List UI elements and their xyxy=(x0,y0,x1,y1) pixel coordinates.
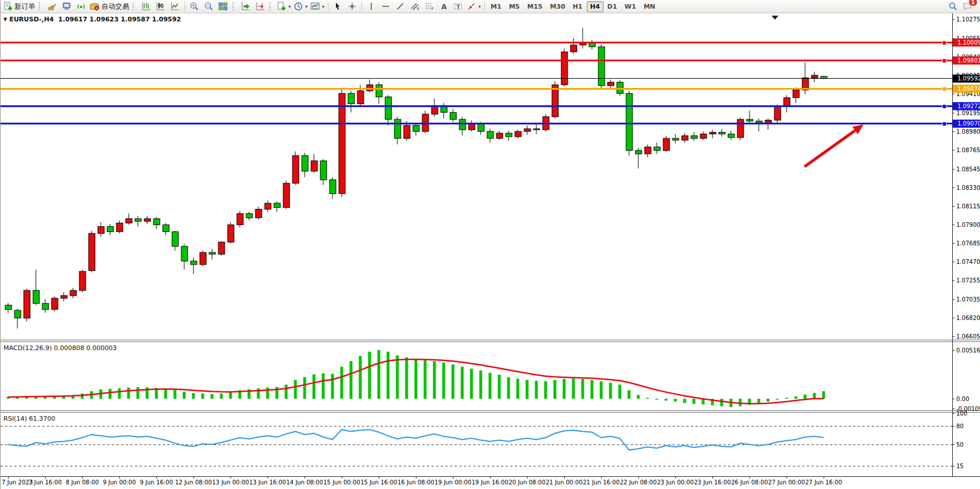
macd-bar xyxy=(443,362,445,399)
notification-badge: 1 xyxy=(968,0,978,6)
macd-bar xyxy=(341,367,343,399)
line-chart-mode-button[interactable] xyxy=(168,1,182,12)
axis-label: 26 Jun 08:00 xyxy=(731,479,768,486)
macd-bar xyxy=(822,391,825,399)
macd-bar xyxy=(81,394,84,399)
zoom-in-button[interactable] xyxy=(187,1,201,12)
bear-candle xyxy=(385,97,392,119)
fibonacci-tool-button[interactable]: F xyxy=(422,1,436,12)
macd-bar xyxy=(294,380,297,399)
chart-canvas[interactable]: 1.102751.100551.098401.096251.094101.091… xyxy=(1,13,980,489)
axis-label: 23 Jun 00:00 xyxy=(657,479,694,486)
text-label-tool-button[interactable]: T xyxy=(451,1,465,12)
auto-scroll-button[interactable] xyxy=(239,1,253,12)
dropdown-arrow-icon: ▾ xyxy=(322,4,324,9)
axis-label: 100 xyxy=(956,410,967,417)
bull-candle xyxy=(765,120,771,123)
channel-tool-button[interactable]: E xyxy=(408,1,422,12)
horizontal-line-tool-button[interactable] xyxy=(379,1,393,12)
bear-candle xyxy=(747,119,753,121)
cursor-tool-button[interactable] xyxy=(331,1,345,12)
market-watch-button[interactable] xyxy=(45,1,59,12)
chart-window[interactable]: 1.102751.100551.098401.096251.094101.091… xyxy=(1,13,980,489)
svg-text:E: E xyxy=(417,6,419,10)
macd-bar xyxy=(535,381,538,399)
bull-candle xyxy=(774,106,781,120)
bear-candle xyxy=(153,219,160,225)
bear-candle xyxy=(274,203,280,208)
axis-label: 50 xyxy=(956,442,964,448)
macd-bar xyxy=(127,388,130,399)
bull-candle xyxy=(663,138,670,150)
tile-windows-icon xyxy=(218,2,228,11)
timeframe-d1-button[interactable]: D1 xyxy=(604,1,621,12)
community-chat-button[interactable]: 1 xyxy=(960,1,974,12)
timeframe-m15-button[interactable]: M15 xyxy=(524,1,546,12)
macd-bar xyxy=(665,399,668,400)
search-button[interactable] xyxy=(946,1,960,12)
macd-bar xyxy=(517,379,520,399)
timeframe-h4-button[interactable]: H4 xyxy=(587,1,604,12)
collapse-triangle-icon[interactable]: ▼ xyxy=(3,17,7,22)
timeframe-m30-button[interactable]: M30 xyxy=(547,1,569,12)
trend-arrow-annotation[interactable] xyxy=(805,130,855,167)
trendline-tool-button[interactable] xyxy=(393,1,407,12)
bar-chart-mode-button[interactable] xyxy=(139,1,153,12)
macd-bar xyxy=(637,395,640,399)
bear-candle xyxy=(246,214,253,218)
timeframe-m5-button[interactable]: M5 xyxy=(506,1,524,12)
hline-handle[interactable] xyxy=(942,41,946,45)
period-button[interactable]: ▾ xyxy=(292,1,309,12)
macd-bar xyxy=(544,381,547,399)
tile-windows-button[interactable] xyxy=(216,1,230,12)
zoom-out-button[interactable] xyxy=(202,1,215,12)
bull-candle xyxy=(700,134,707,139)
terminal-button[interactable] xyxy=(60,1,74,12)
rsi-indicator-label: RSI(14) 61.3700 xyxy=(3,415,55,422)
macd-bar xyxy=(683,399,686,403)
macd-bar xyxy=(785,398,788,399)
candlestick-mode-button[interactable] xyxy=(153,1,167,12)
bull-candle xyxy=(422,114,429,131)
timeframe-h1-button[interactable]: H1 xyxy=(569,1,586,12)
new-order-icon xyxy=(3,2,13,11)
axis-label: 1.08980 xyxy=(956,128,980,135)
axis-label: 15 Jun 00:00 xyxy=(323,479,360,486)
macd-bar xyxy=(526,380,529,399)
chart-shift-button[interactable] xyxy=(253,1,267,12)
hline-handle[interactable] xyxy=(942,59,946,63)
timeframe-w1-button[interactable]: W1 xyxy=(621,1,639,12)
axis-label: 1.06605 xyxy=(956,333,980,340)
toolbar-separator xyxy=(328,2,328,11)
line-chart-icon xyxy=(170,2,180,11)
axis-label: 19 Jun 00:00 xyxy=(434,479,471,486)
macd-bar xyxy=(767,399,770,402)
new-order-button[interactable]: 新订单 xyxy=(2,1,36,12)
crosshair-tool-button[interactable] xyxy=(345,1,359,12)
hline-handle[interactable] xyxy=(942,105,946,109)
terminal-icon xyxy=(62,2,71,11)
axis-label: 22 Jun 08:00 xyxy=(620,479,657,486)
bull-candle xyxy=(89,233,95,270)
timeframe-m1-button[interactable]: M1 xyxy=(487,1,505,12)
macd-bar xyxy=(619,385,621,399)
hline-handle[interactable] xyxy=(942,122,946,126)
text-tool-button[interactable]: A xyxy=(437,1,451,12)
arrows-tool-button[interactable]: ▾ xyxy=(466,1,482,12)
bear-candle xyxy=(413,126,419,132)
vertical-line-tool-button[interactable] xyxy=(364,1,378,12)
dropdown-arrow-icon: ▾ xyxy=(288,4,291,9)
profiles-button[interactable]: ▾ xyxy=(276,1,292,12)
bull-candle xyxy=(561,52,568,85)
bear-candle xyxy=(172,231,178,246)
auto-trading-button[interactable]: 自动交易 xyxy=(89,1,130,12)
timeframe-mn-button[interactable]: MN xyxy=(640,1,659,12)
axis-label: 1.08545 xyxy=(956,166,980,172)
axis-label: 9 Jun 16:00 xyxy=(140,479,173,486)
macd-bar xyxy=(656,399,659,400)
hline-handle[interactable] xyxy=(942,87,946,91)
signals-button[interactable] xyxy=(74,1,88,12)
templates-button[interactable]: ▾ xyxy=(309,1,326,12)
chart-shift-marker-icon[interactable] xyxy=(771,16,778,20)
macd-bar xyxy=(776,399,779,400)
